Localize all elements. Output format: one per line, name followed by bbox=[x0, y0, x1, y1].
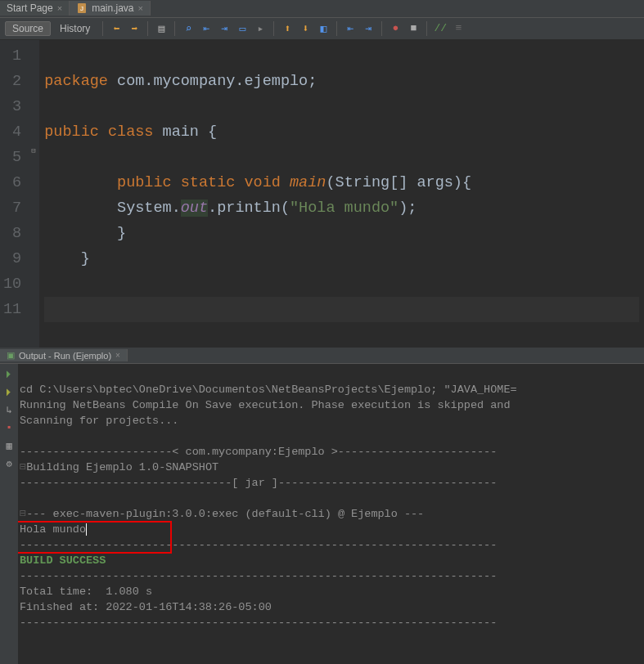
output-line: Finished at: 2022-01-16T14:38:26-05:00 bbox=[20, 601, 272, 613]
code-line bbox=[44, 297, 639, 322]
close-icon[interactable]: × bbox=[115, 351, 120, 360]
code-line bbox=[44, 94, 639, 119]
wrap-icon[interactable]: ▦ bbox=[2, 439, 16, 452]
macro-stop-icon[interactable]: ■ bbox=[405, 20, 421, 37]
code-editor[interactable]: 1 2 3 4 5 6 7 8 9 10 11 ⊟ package com.my… bbox=[0, 40, 644, 348]
output-line: ----------------------------------------… bbox=[20, 570, 497, 582]
line-number: 9 bbox=[3, 246, 21, 271]
separator bbox=[381, 21, 382, 36]
nav-back-icon[interactable]: ⬅ bbox=[108, 20, 124, 37]
output-line: --------------------------------[ jar ]-… bbox=[20, 477, 497, 489]
comment-icon[interactable]: // bbox=[432, 20, 448, 37]
code-line: package com.mycompany.ejemplo; bbox=[44, 69, 639, 94]
source-button[interactable]: Source bbox=[5, 21, 51, 36]
line-number: 4 bbox=[3, 119, 21, 145]
line-number: 5 bbox=[3, 145, 21, 170]
code-line: } bbox=[44, 246, 639, 271]
code-line bbox=[44, 145, 639, 170]
line-number: 2 bbox=[3, 69, 21, 94]
bookmark-icon[interactable]: ◧ bbox=[315, 20, 331, 37]
output-console[interactable]: cd C:\Users\bptec\OneDrive\Documentos\Ne… bbox=[18, 364, 644, 664]
code-line: public static void main(String[] args){ bbox=[44, 170, 639, 195]
editor-toolbar: Source History ⬅ ➡ ▤ ⌕ ⇤ ⇥ ▭ ▸ ⬆ ⬇ ◧ ⇤ ⇥… bbox=[0, 18, 644, 40]
code-line bbox=[44, 271, 639, 297]
annotation-highlight bbox=[18, 521, 172, 554]
editor-tabs: Start Page × J main.java × bbox=[0, 0, 644, 18]
separator bbox=[273, 21, 274, 36]
find-selection-icon[interactable]: ⌕ bbox=[180, 20, 196, 37]
tab-label: Start Page bbox=[7, 2, 53, 14]
tab-start-page[interactable]: Start Page × bbox=[0, 1, 70, 16]
settings-icon[interactable]: ⚙ bbox=[2, 457, 16, 470]
rerun-icon[interactable]: ⏵ bbox=[2, 367, 16, 380]
output-line: Running NetBeans Compile On Save executi… bbox=[20, 399, 517, 411]
line-number-gutter: 1 2 3 4 5 6 7 8 9 10 11 bbox=[0, 40, 29, 348]
separator bbox=[426, 21, 427, 36]
separator bbox=[147, 21, 148, 36]
rerun-alt-icon[interactable]: ⏵ bbox=[2, 385, 16, 398]
fold-marker-column: ⊟ bbox=[29, 40, 39, 348]
line-number: 7 bbox=[3, 195, 21, 221]
history-button[interactable]: History bbox=[52, 21, 97, 36]
output-line: Building Ejemplo 1.0-SNAPSHOT bbox=[26, 461, 218, 473]
macro-record-icon[interactable]: ● bbox=[387, 20, 403, 37]
code-line: public class main { bbox=[44, 119, 639, 145]
shift-down-icon[interactable]: ⬇ bbox=[297, 20, 313, 37]
stop-icon[interactable]: ↳ bbox=[2, 403, 16, 416]
output-tab[interactable]: ▣ Output - Run (Ejemplo) × bbox=[0, 349, 128, 361]
code-area[interactable]: package com.mycompany.ejemplo;public cla… bbox=[39, 40, 644, 348]
output-line: ----------------------------------------… bbox=[20, 617, 497, 629]
uncomment-icon[interactable]: ≡ bbox=[450, 20, 466, 37]
code-line bbox=[44, 43, 639, 69]
close-icon[interactable]: × bbox=[138, 3, 143, 13]
code-line: System.out.println("Hola mundo"); bbox=[44, 195, 639, 221]
nav-forward-icon[interactable]: ➡ bbox=[126, 20, 142, 37]
svg-text:J: J bbox=[80, 5, 83, 12]
tree-marker-icon: ⊟ bbox=[20, 461, 26, 473]
shift-left-icon[interactable]: ⇤ bbox=[342, 20, 358, 37]
jump-icon[interactable]: ▪ bbox=[2, 421, 16, 434]
build-success-line: BUILD SUCCESS bbox=[20, 554, 106, 567]
shift-right-icon[interactable]: ⇥ bbox=[360, 20, 376, 37]
separator bbox=[336, 21, 337, 36]
output-line bbox=[20, 492, 26, 505]
output-line: -----------------------< com.mycompany:E… bbox=[20, 446, 497, 458]
line-number: 6 bbox=[3, 170, 21, 195]
java-file-icon: J bbox=[76, 2, 88, 14]
tab-main-java[interactable]: J main.java × bbox=[70, 1, 151, 16]
output-side-buttons: ⏵ ⏵ ↳ ▪ ▦ ⚙ bbox=[0, 364, 18, 664]
output-line: cd C:\Users\bptec\OneDrive\Documentos\Ne… bbox=[20, 384, 517, 396]
more-icon[interactable]: ▸ bbox=[252, 20, 268, 37]
output-line: --- exec-maven-plugin:3.0.0:exec (defaul… bbox=[26, 508, 424, 520]
separator bbox=[174, 21, 175, 36]
line-number: 3 bbox=[3, 94, 21, 119]
terminal-icon: ▣ bbox=[7, 350, 15, 361]
output-tab-label: Output - Run (Ejemplo) bbox=[19, 351, 111, 361]
fold-collapse-icon[interactable]: ⊟ bbox=[31, 146, 35, 155]
output-line: Total time: 1.080 s bbox=[20, 585, 152, 598]
line-number: 11 bbox=[3, 297, 21, 322]
line-number: 8 bbox=[3, 221, 21, 246]
output-line: Scanning for projects... bbox=[20, 415, 178, 427]
line-number: 1 bbox=[3, 43, 21, 69]
line-number: 10 bbox=[3, 271, 21, 297]
shift-up-icon[interactable]: ⬆ bbox=[279, 20, 295, 37]
output-tab-bar: ▣ Output - Run (Ejemplo) × bbox=[0, 348, 644, 364]
tree-marker-icon: ⊟ bbox=[20, 508, 26, 520]
code-line: } bbox=[44, 221, 639, 246]
output-body: ⏵ ⏵ ↳ ▪ ▦ ⚙ cd C:\Users\bptec\OneDrive\D… bbox=[0, 364, 644, 664]
tab-label: main.java bbox=[92, 2, 133, 14]
output-line bbox=[20, 430, 26, 442]
find-prev-icon[interactable]: ⇤ bbox=[198, 20, 214, 37]
separator bbox=[102, 21, 103, 36]
find-next-icon[interactable]: ⇥ bbox=[216, 20, 232, 37]
list-icon[interactable]: ▤ bbox=[153, 20, 169, 37]
toggle-highlight-icon[interactable]: ▭ bbox=[234, 20, 250, 37]
close-icon[interactable]: × bbox=[57, 3, 62, 13]
